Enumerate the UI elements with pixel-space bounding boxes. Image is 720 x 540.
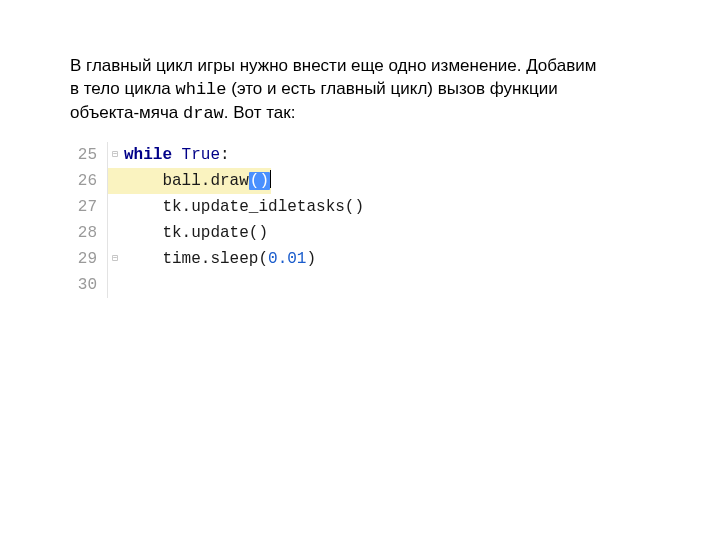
code-token: :: [220, 146, 230, 164]
code-token: (): [249, 172, 270, 190]
code-line: 27 tk.update_idletasks(): [70, 194, 364, 220]
line-number: 25: [70, 142, 108, 168]
line-number: 28: [70, 220, 108, 246]
fold-icon[interactable]: ⊟: [108, 142, 122, 168]
fold-icon: [108, 272, 122, 298]
prose-line-2b: (это и есть главный цикл) вызов функции: [227, 79, 558, 98]
code-content: [122, 272, 124, 298]
fold-icon[interactable]: ⊟: [108, 246, 122, 272]
code-line: 25⊟while True:: [70, 142, 364, 168]
code-token: tk.update(): [162, 224, 268, 242]
code-token: tk.update_idletasks(): [162, 198, 364, 216]
instructional-text: В главный цикл игры нужно внести еще одн…: [70, 55, 630, 126]
code-line: 29⊟ time.sleep(0.01): [70, 246, 364, 272]
code-content: time.sleep(0.01): [122, 246, 316, 272]
line-number: 27: [70, 194, 108, 220]
prose-line-2a: в тело цикла: [70, 79, 176, 98]
inline-code-draw: draw: [183, 104, 224, 123]
code-content: ball.draw(): [122, 168, 271, 194]
prose-line-3a: объекта-мяча: [70, 103, 183, 122]
code-token: ball.draw: [162, 172, 248, 190]
text-caret: [270, 170, 271, 188]
fold-icon: [108, 194, 122, 220]
line-number: 30: [70, 272, 108, 298]
code-content: while True:: [122, 142, 230, 168]
code-token: while: [124, 146, 182, 164]
code-token: True: [182, 146, 220, 164]
fold-icon: [108, 220, 122, 246]
prose-line-3b: . Вот так:: [224, 103, 296, 122]
inline-code-while: while: [176, 80, 227, 99]
line-number: 26: [70, 168, 108, 194]
code-content: tk.update_idletasks(): [122, 194, 364, 220]
code-line: 28 tk.update(): [70, 220, 364, 246]
fold-icon: [108, 168, 122, 194]
page: В главный цикл игры нужно внести еще одн…: [0, 0, 720, 298]
code-token: time.sleep(: [162, 250, 268, 268]
code-editor: 25⊟while True:26 ball.draw()27 tk.update…: [70, 142, 364, 298]
code-token: 0.01: [268, 250, 306, 268]
code-line: 26 ball.draw(): [70, 168, 364, 194]
prose-line-1: В главный цикл игры нужно внести еще одн…: [70, 56, 596, 75]
line-number: 29: [70, 246, 108, 272]
code-token: ): [306, 250, 316, 268]
code-content: tk.update(): [122, 220, 268, 246]
code-line: 30: [70, 272, 364, 298]
